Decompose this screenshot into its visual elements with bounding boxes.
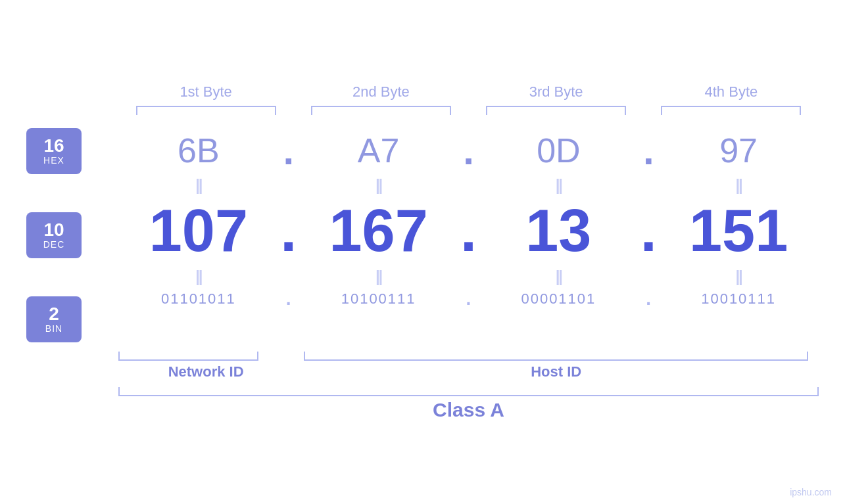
- bracket-top-3: [486, 106, 626, 115]
- eq-4: ||: [735, 176, 741, 195]
- dot-hex-2: .: [459, 128, 479, 173]
- hex-val-2: A7: [358, 131, 400, 170]
- dec-val-2: 167: [329, 197, 428, 265]
- hex-base-name: HEX: [43, 155, 64, 166]
- host-id-label: Host ID: [293, 363, 819, 380]
- byte2-header: 2nd Byte: [293, 83, 468, 101]
- bracket-top-4: [661, 106, 801, 115]
- hex-badge: 16 HEX: [26, 128, 82, 174]
- class-label: Class A: [118, 399, 819, 421]
- eq-2: ||: [375, 176, 381, 195]
- watermark: ipshu.com: [790, 487, 832, 497]
- class-bracket: [118, 387, 819, 396]
- host-bracket-area: [293, 352, 819, 361]
- eq-5: ||: [195, 267, 201, 286]
- eq-6: ||: [375, 267, 381, 286]
- dec-base-name: DEC: [43, 239, 65, 250]
- dot-dec-2: .: [459, 197, 479, 265]
- dec-base-num: 10: [43, 221, 64, 239]
- dot-dec-3: .: [639, 197, 658, 265]
- dec-val-1: 107: [149, 197, 248, 265]
- top-brackets: [26, 106, 819, 115]
- bin-base-name: BIN: [45, 323, 62, 334]
- byte1-header: 1st Byte: [118, 83, 293, 101]
- equals-row-2: || || || ||: [118, 265, 819, 288]
- class-label-row: Class A: [26, 399, 819, 421]
- bin-row: 01101011 . 10100111 . 00001101 . 1001011…: [118, 288, 819, 309]
- base-labels: 16 HEX 10 DEC 2 BIN: [26, 128, 118, 348]
- eq-7: ||: [556, 267, 562, 286]
- dot-hex-3: .: [639, 128, 658, 173]
- bracket-top-2: [311, 106, 451, 115]
- network-bracket: [118, 352, 258, 361]
- hex-val-4: 97: [719, 131, 758, 170]
- dot-dec-1: .: [279, 197, 299, 265]
- byte3-header: 3rd Byte: [469, 83, 644, 101]
- bin-val-2: 10100111: [341, 290, 416, 308]
- hex-val-3: 0D: [537, 131, 580, 170]
- bin-base-num: 2: [49, 305, 59, 323]
- bin-val-3: 00001101: [521, 290, 596, 308]
- values-grid: 6B . A7 . 0D . 97 || || || || 107: [118, 128, 819, 348]
- bin-badge: 2 BIN: [26, 296, 82, 342]
- dec-row: 107 . 167 . 13 . 151: [118, 197, 819, 265]
- hex-val-1: 6B: [178, 131, 220, 170]
- dot-bin-2: .: [459, 288, 479, 309]
- id-labels-row: Network ID Host ID: [26, 363, 819, 380]
- class-bracket-row: [26, 387, 819, 396]
- content-area: 16 HEX 10 DEC 2 BIN 6B . A7 . 0D: [26, 128, 819, 348]
- eq-1: ||: [195, 176, 201, 195]
- bin-val-1: 01101011: [161, 290, 236, 308]
- dot-bin-3: .: [639, 288, 658, 309]
- hex-row: 6B . A7 . 0D . 97: [118, 128, 819, 173]
- byte-headers: 1st Byte 2nd Byte 3rd Byte 4th Byte: [26, 83, 819, 101]
- equals-row-1: || || || ||: [118, 173, 819, 197]
- eq-8: ||: [735, 267, 741, 286]
- dec-val-4: 151: [689, 197, 788, 265]
- eq-3: ||: [556, 176, 562, 195]
- dec-val-3: 13: [525, 197, 591, 265]
- dec-badge: 10 DEC: [26, 212, 82, 258]
- network-bracket-col: [118, 352, 293, 361]
- bracket-top-1: [136, 106, 276, 115]
- hex-base-num: 16: [43, 137, 64, 155]
- byte4-header: 4th Byte: [644, 83, 819, 101]
- host-bracket: [304, 352, 808, 361]
- dot-bin-1: .: [279, 288, 299, 309]
- bottom-bracket-row: [26, 352, 819, 361]
- dot-hex-1: .: [279, 128, 299, 173]
- bin-val-4: 10010111: [701, 290, 776, 308]
- network-id-label: Network ID: [118, 363, 293, 380]
